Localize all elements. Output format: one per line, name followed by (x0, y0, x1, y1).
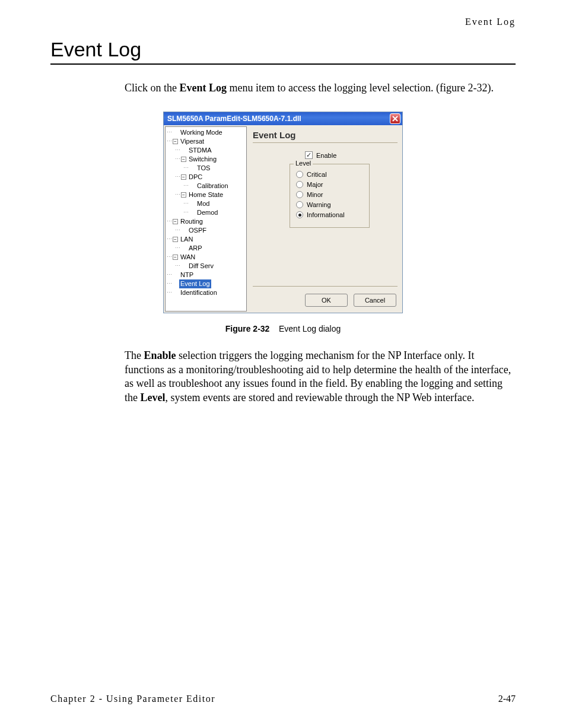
check-icon: ✓ (306, 151, 311, 159)
para-b1: Level (141, 392, 166, 403)
tree-dotline-icon: ⋯ (167, 253, 171, 262)
collapse-icon[interactable]: − (181, 157, 186, 162)
tree-leaf-icon (181, 246, 186, 251)
tree-dotline-icon: ⋯ (183, 164, 188, 173)
tree-item-label: Demod (196, 208, 219, 217)
tree-item[interactable]: ⋯Diff Serv (167, 262, 245, 271)
ok-button[interactable]: OK (305, 294, 348, 307)
page-title: Event Log (50, 38, 516, 65)
intro-bold: Event Log (180, 82, 227, 94)
collapse-icon[interactable]: − (173, 237, 178, 242)
figure-caption-text: Event Log dialog (279, 324, 341, 333)
tree-dotline-icon: ⋯ (175, 173, 180, 182)
tree-leaf-icon (181, 228, 186, 233)
tree-leaf-icon (181, 263, 186, 269)
tree-leaf-icon (173, 290, 178, 295)
tree-item[interactable]: ⋯−WAN (167, 253, 245, 262)
tree-dotline-icon: ⋯ (175, 226, 180, 235)
tree-dotline-icon: ⋯ (167, 137, 171, 146)
level-radio-row[interactable]: Critical (296, 171, 365, 178)
level-radio-row[interactable]: Warning (296, 201, 365, 208)
figure-caption: Figure 2-32 Event Log dialog (50, 324, 516, 333)
tree-leaf-icon (173, 130, 178, 135)
para-b0: Enable (144, 349, 176, 361)
tree-item[interactable]: ⋯Mod (167, 199, 245, 208)
nav-tree[interactable]: ⋯Working Mode⋯−Vipersat⋯STDMA⋯−Switching… (165, 126, 247, 311)
enable-checkbox-row[interactable]: ✓ Enable (305, 151, 398, 159)
tree-dotline-icon: ⋯ (175, 244, 180, 253)
tree-item[interactable]: ⋯Demod (167, 208, 245, 217)
dialog-titlebar[interactable]: SLM5650A ParamEdit-SLM5650A-7.1.dll (164, 112, 402, 125)
body-paragraph: The Enable selection triggers the loggin… (125, 349, 516, 405)
page-footer: Chapter 2 - Using Parameter Editor 2-47 (50, 694, 516, 704)
close-button[interactable] (390, 113, 400, 124)
separator (253, 142, 398, 143)
tree-item[interactable]: ⋯Event Log (167, 279, 245, 288)
tree-item[interactable]: ⋯−Vipersat (167, 137, 245, 146)
tree-item-label: Event Log (179, 279, 211, 288)
para-t0: The (125, 349, 144, 361)
radio-button[interactable] (296, 181, 303, 188)
enable-label: Enable (316, 152, 336, 159)
tree-item[interactable]: ⋯STDMA (167, 146, 245, 155)
tree-item[interactable]: ⋯Working Mode (167, 128, 245, 137)
tree-item-label: Diff Serv (187, 262, 215, 271)
level-fieldset: Level CriticalMajorMinorWarningInformati… (290, 164, 370, 228)
tree-item[interactable]: ⋯Calibration (167, 182, 245, 190)
level-label: Informational (307, 211, 345, 218)
tree-item[interactable]: ⋯−Routing (167, 217, 245, 226)
tree-item[interactable]: ⋯−DPC (167, 173, 245, 182)
dialog-container: SLM5650A ParamEdit-SLM5650A-7.1.dll ⋯Wor… (50, 112, 516, 313)
level-legend: Level (294, 160, 313, 167)
tree-dotline-icon: ⋯ (175, 262, 180, 271)
tree-item-label: TOS (196, 164, 211, 173)
level-label: Critical (307, 171, 327, 178)
tree-dotline-icon: ⋯ (183, 182, 188, 190)
tree-item[interactable]: ⋯Identification (167, 288, 245, 297)
tree-dotline-icon: ⋯ (175, 155, 180, 164)
intro-post: menu item to access the logging level se… (227, 82, 494, 94)
tree-item[interactable]: ⋯OSPF (167, 226, 245, 235)
dialog-content: Event Log ✓ Enable Level CriticalMajorMi… (248, 125, 402, 313)
close-icon (392, 116, 398, 122)
tree-dotline-icon: ⋯ (183, 199, 188, 208)
tree-item-label: Mod (196, 199, 211, 208)
collapse-icon[interactable]: − (173, 219, 178, 224)
tree-item-label: DPC (187, 173, 203, 182)
tree-leaf-icon (189, 166, 195, 171)
intro-pre: Click on the (125, 82, 180, 94)
tree-item-label: WAN (179, 253, 196, 262)
tree-item[interactable]: ⋯TOS (167, 164, 245, 173)
level-radio-row[interactable]: Major (296, 181, 365, 188)
level-radio-row[interactable]: Informational (296, 211, 365, 218)
tree-leaf-icon (189, 210, 195, 215)
tree-dotline-icon: ⋯ (175, 146, 180, 155)
collapse-icon[interactable]: − (181, 192, 186, 198)
radio-button[interactable] (296, 211, 303, 218)
tree-leaf-icon (189, 201, 195, 206)
tree-dotline-icon: ⋯ (183, 208, 188, 217)
tree-dotline-icon: ⋯ (167, 217, 171, 226)
radio-button[interactable] (296, 171, 303, 178)
radio-button[interactable] (296, 201, 303, 208)
collapse-icon[interactable]: − (173, 139, 178, 144)
radio-button[interactable] (296, 191, 303, 198)
tree-leaf-icon (173, 281, 178, 287)
tree-item[interactable]: ⋯−Switching (167, 155, 245, 164)
level-radio-row[interactable]: Minor (296, 191, 365, 198)
tree-dotline-icon: ⋯ (167, 288, 171, 297)
tree-item-label: Home State (187, 190, 224, 199)
collapse-icon[interactable]: − (173, 255, 178, 260)
tree-item[interactable]: ⋯NTP (167, 271, 245, 279)
cancel-button[interactable]: Cancel (354, 294, 396, 307)
tree-dotline-icon: ⋯ (175, 190, 180, 199)
collapse-icon[interactable]: − (181, 174, 186, 180)
tree-dotline-icon: ⋯ (167, 271, 171, 279)
intro-paragraph: Click on the Event Log menu item to acce… (125, 81, 516, 95)
tree-item[interactable]: ⋯−LAN (167, 235, 245, 244)
footer-title: Using Parameter Editor (106, 694, 215, 704)
tree-item[interactable]: ⋯ARP (167, 244, 245, 253)
enable-checkbox[interactable]: ✓ (305, 151, 313, 159)
tree-item[interactable]: ⋯−Home State (167, 190, 245, 199)
tree-dotline-icon: ⋯ (167, 128, 171, 137)
